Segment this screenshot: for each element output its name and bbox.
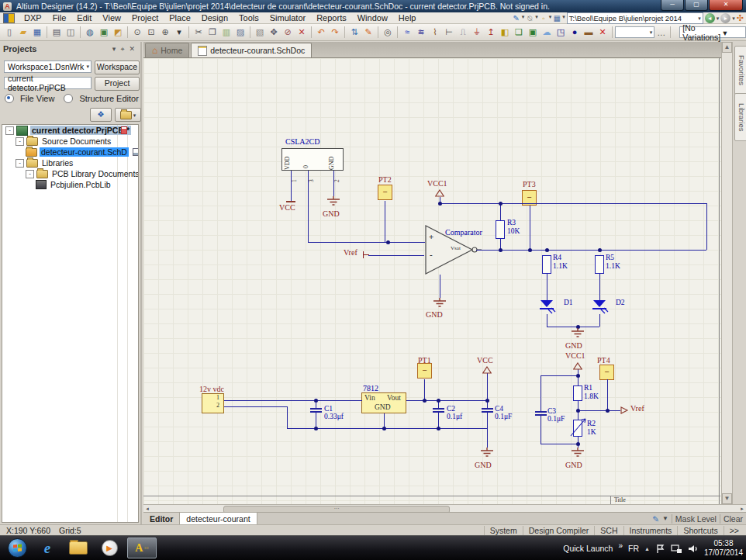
print-icon[interactable]: ▤: [50, 26, 64, 39]
measure-icon[interactable]: ⎍: [456, 26, 470, 39]
place-tag-icon[interactable]: ▬: [582, 26, 596, 39]
mask-level-button[interactable]: Mask Level: [675, 514, 717, 524]
workspace-button[interactable]: Workspace: [95, 60, 140, 74]
connector-12v[interactable]: [202, 393, 224, 413]
save-icon[interactable]: ▦: [30, 26, 44, 39]
regulator-name[interactable]: 7812: [363, 385, 378, 392]
tree-item-source-documents[interactable]: -Source Documents: [2, 136, 138, 147]
value-r5[interactable]: 1.1K: [606, 263, 620, 271]
menu-simulator[interactable]: Simulator: [264, 13, 311, 22]
ellipse-tool-icon[interactable]: ◦: [538, 14, 549, 23]
taskbar-altium-button[interactable]: A ∶∶∶: [127, 538, 157, 558]
dxp-flag-icon[interactable]: [3, 13, 15, 23]
gnd-symbol[interactable]: [570, 448, 585, 460]
menu-help[interactable]: Help: [393, 13, 422, 22]
place-part-icon[interactable]: ◧: [498, 26, 512, 39]
tab-favorites[interactable]: Favorites: [734, 46, 746, 95]
wire[interactable]: [406, 400, 487, 401]
desktop-layouts-icon[interactable]: ▣: [97, 26, 111, 39]
wire[interactable]: [385, 201, 385, 242]
volume-icon[interactable]: [688, 544, 699, 554]
network-icon[interactable]: [671, 544, 682, 554]
vault-home-icon[interactable]: ✣: [737, 13, 744, 23]
menu-place[interactable]: Place: [164, 13, 196, 22]
close-button[interactable]: ✕: [709, 0, 743, 11]
combo-more-button[interactable]: …: [654, 28, 668, 37]
smart-paste-icon[interactable]: ▨: [233, 26, 247, 39]
wire[interactable]: [224, 406, 287, 407]
undo-icon[interactable]: ↶: [314, 26, 328, 39]
open-icon[interactable]: ▰: [16, 26, 30, 39]
place-port-icon[interactable]: ●: [568, 26, 582, 39]
value-r2[interactable]: 1K: [587, 429, 596, 437]
reorder-icon[interactable]: ⇅: [347, 26, 361, 39]
wire[interactable]: [487, 373, 488, 400]
wire[interactable]: [607, 379, 608, 410]
menu-dxp[interactable]: DXP: [19, 13, 47, 22]
value-c1[interactable]: 0.33μf: [324, 413, 344, 421]
gnd-symbol[interactable]: [570, 328, 585, 340]
wire[interactable]: [541, 416, 541, 444]
taskbar-clock[interactable]: 05:38 17/07/2014: [704, 539, 743, 558]
testpoint-label-pt3[interactable]: PT3: [523, 181, 536, 188]
structure-editor-radio[interactable]: [64, 94, 73, 103]
wire[interactable]: [308, 171, 309, 242]
value-r4[interactable]: 1.1K: [553, 263, 568, 271]
wire[interactable]: [316, 413, 316, 428]
scroll-down-icon[interactable]: ▼: [722, 493, 732, 504]
led-d1[interactable]: [537, 299, 558, 316]
wire[interactable]: [287, 406, 288, 428]
menu-design[interactable]: Design: [196, 13, 233, 22]
gnd-symbol[interactable]: [432, 298, 447, 310]
testpoint-label-pt2[interactable]: PT2: [378, 176, 392, 184]
resistor-r5[interactable]: [595, 255, 604, 274]
designator-r4[interactable]: R4: [553, 254, 561, 262]
tree-item-detecteur-courant-schd[interactable]: detecteur-courant.SchD: [2, 147, 138, 157]
place-sheet-symbol-icon[interactable]: ❏: [512, 26, 526, 39]
panel-pin-icon[interactable]: ⌖: [118, 45, 126, 54]
horizontal-scrollbar[interactable]: ◂ ⋯ ▸: [143, 504, 746, 512]
designator-r3[interactable]: R3: [507, 220, 516, 227]
value-c3[interactable]: 0.1μF: [547, 416, 565, 423]
menu-edit[interactable]: Edit: [71, 13, 97, 22]
clear-button[interactable]: Clear: [724, 514, 743, 524]
action-center-flag-icon[interactable]: [655, 544, 665, 554]
wire[interactable]: [424, 379, 425, 400]
testpoint-label-pt4[interactable]: PT4: [597, 357, 610, 365]
annotate-pencil-icon[interactable]: ✎: [652, 514, 659, 524]
browse-documents-icon[interactable]: ◍: [83, 26, 97, 39]
expand-icon[interactable]: -: [16, 159, 24, 168]
comparator-label[interactable]: Comparator: [445, 229, 482, 237]
deselect-icon[interactable]: ⊘: [281, 26, 295, 39]
menu-reports[interactable]: Reports: [311, 13, 352, 22]
designator-d2[interactable]: D2: [616, 299, 625, 307]
title-bar[interactable]: A Altium Designer (14.2) - T:\Beol\Equip…: [0, 0, 746, 12]
net-label-gnd[interactable]: GND: [323, 210, 340, 218]
wire[interactable]: [599, 274, 600, 300]
place-wire-icon[interactable]: ≈: [400, 26, 414, 39]
value-r3[interactable]: 10K: [507, 228, 520, 236]
capacitor-c2[interactable]: [433, 408, 444, 410]
net-label-gnd[interactable]: GND: [426, 311, 443, 319]
grid-settings-icon-dropdown[interactable]: ▾: [562, 14, 565, 23]
new-document-icon[interactable]: ▯: [2, 26, 16, 39]
net-label-vcc[interactable]: VCC: [279, 204, 295, 212]
panel-button--[interactable]: >>: [724, 526, 744, 535]
scroll-up-icon[interactable]: ▲: [722, 42, 732, 53]
device-sheet-icon[interactable]: ◳: [554, 26, 568, 39]
wire[interactable]: [224, 400, 362, 401]
panel-button-system[interactable]: System: [484, 526, 523, 535]
port-vref-out[interactable]: Vref: [630, 405, 644, 413]
copy-icon[interactable]: ❐: [205, 26, 219, 39]
wire[interactable]: [547, 274, 547, 300]
find-similar-icon[interactable]: ◎: [381, 26, 395, 39]
place-vcc-port-icon[interactable]: ↥: [484, 26, 498, 39]
wire[interactable]: [578, 410, 620, 411]
vertical-scrollbar[interactable]: ▲ ▼: [721, 42, 732, 504]
annotate-brush-icon[interactable]: ✎: [511, 14, 522, 23]
variations-combo[interactable]: [No Variations] ▾: [679, 26, 746, 38]
capacitor-c1[interactable]: [310, 408, 322, 410]
menu-view[interactable]: View: [97, 13, 126, 22]
panel-button-sch[interactable]: SCH: [594, 526, 623, 535]
cut-icon[interactable]: ✂: [192, 26, 205, 39]
